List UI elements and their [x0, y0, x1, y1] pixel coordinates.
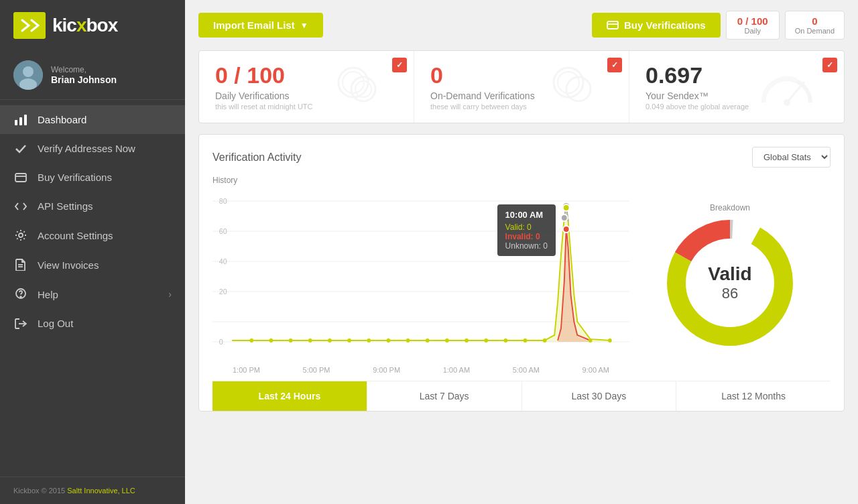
nav-label-buy: Buy Verifications [38, 172, 112, 183]
logo-area: kicxbox [0, 0, 185, 51]
nav-label-invoices: View Invoices [38, 259, 99, 271]
nav-label-api: API Settings [38, 200, 93, 212]
axis-label-1pm: 1:00 PM [233, 366, 260, 374]
history-label: History [212, 176, 629, 185]
card-badge-ondemand: ✓ [607, 58, 622, 72]
sidebar-item-account[interactable]: Account Settings [0, 220, 185, 250]
svg-point-42 [249, 338, 253, 342]
credit-card-icon-btn [607, 21, 619, 29]
x-axis-labels: 1:00 PM 5:00 PM 9:00 PM 1:00 AM 5:00 AM … [212, 365, 629, 381]
svg-point-50 [406, 338, 410, 342]
sidebar-item-verify[interactable]: Verify Addresses Now [0, 134, 185, 163]
svg-point-24 [784, 99, 790, 106]
svg-rect-5 [24, 115, 27, 125]
coins-icon [333, 62, 387, 112]
card-badge-daily: ✓ [392, 58, 407, 72]
time-filter-24h[interactable]: Last 24 Hours [212, 381, 367, 411]
svg-point-58 [589, 338, 593, 342]
nav-label-help: Help [38, 289, 58, 300]
logout-icon [13, 318, 28, 329]
import-label: Import Email List [213, 19, 295, 31]
logo-text: kicxbox [52, 15, 117, 36]
svg-point-51 [426, 338, 430, 342]
chevron-right-icon: › [168, 289, 172, 300]
stats-row: ✓ 0 / 100 Daily Verifications this will … [198, 50, 845, 123]
avatar [13, 60, 43, 90]
buy-verifications-button[interactable]: Buy Verifications [592, 13, 721, 38]
axis-label-9pm: 9:00 PM [373, 366, 400, 374]
footer-link[interactable]: Saltt Innovative, LLC [67, 487, 135, 495]
breakdown-label: Breakdown [710, 203, 750, 212]
import-email-list-button[interactable]: Import Email List ▼ [198, 13, 323, 38]
svg-point-8 [19, 233, 23, 237]
ondemand-value: 0 [795, 15, 835, 27]
activity-header: Verification Activity Global Stats My St… [212, 147, 831, 168]
stat-card-daily: ✓ 0 / 100 Daily Verifications this will … [199, 51, 414, 123]
svg-point-48 [367, 338, 371, 342]
sidebar-item-buy[interactable]: Buy Verifications [0, 163, 185, 192]
svg-point-54 [484, 338, 488, 342]
svg-rect-3 [15, 120, 17, 125]
svg-text:80: 80 [219, 197, 227, 205]
time-filter-12m[interactable]: Last 12 Months [676, 381, 831, 411]
chart-right: Breakdown Valid 86 [629, 176, 831, 381]
time-filter-7d[interactable]: Last 7 Days [367, 381, 522, 411]
donut-center: Valid 86 [708, 263, 751, 302]
svg-text:60: 60 [219, 227, 227, 235]
time-filters: Last 24 Hours Last 7 Days Last 30 Days L… [212, 381, 831, 411]
gauge-icon [757, 62, 817, 112]
activity-section: Verification Activity Global Stats My St… [198, 134, 845, 412]
svg-point-47 [347, 338, 351, 342]
svg-text:20: 20 [219, 288, 227, 296]
svg-point-12 [20, 296, 21, 298]
sidebar-footer: Kickbox © 2015 Saltt Innovative, LLC [0, 477, 185, 504]
time-filter-30d[interactable]: Last 30 Days [522, 381, 677, 411]
logo-icon [13, 12, 46, 39]
file-icon [13, 259, 28, 271]
user-name: Brian Johnson [51, 74, 117, 85]
donut-chart: Valid 86 [660, 212, 800, 353]
svg-point-53 [465, 338, 469, 342]
sidebar-item-help[interactable]: Help › [0, 279, 185, 309]
axis-label-9am: 9:00 AM [583, 366, 609, 374]
svg-point-55 [503, 338, 507, 342]
main-content: Import Email List ▼ Buy Verifications 0 … [185, 0, 858, 504]
card-badge-sendex: ✓ [822, 58, 837, 72]
activity-title: Verification Activity [212, 151, 752, 164]
ondemand-stat-badge: 0 On Demand [785, 11, 845, 40]
svg-point-46 [328, 338, 332, 342]
sidebar-item-logout[interactable]: Log Out [0, 309, 185, 338]
svg-rect-14 [607, 21, 618, 29]
nav-menu: Dashboard Verify Addresses Now Buy Verif… [0, 100, 185, 477]
bar-chart-icon [13, 115, 28, 125]
daily-stat-badge: 0 / 100 Daily [726, 11, 780, 40]
buy-btn-label: Buy Verifications [624, 19, 706, 31]
svg-point-49 [386, 338, 390, 342]
axis-label-5pm: 5:00 PM [303, 366, 330, 374]
topbar-right: Buy Verifications 0 / 100 Daily 0 On Dem… [592, 11, 845, 40]
sidebar-item-api[interactable]: API Settings [0, 192, 185, 220]
donut-label: Valid [708, 263, 751, 285]
svg-point-57 [543, 338, 547, 342]
user-section: Welcome, Brian Johnson [0, 51, 185, 100]
donut-value: 86 [708, 285, 751, 302]
welcome-label: Welcome, [51, 65, 117, 74]
code-icon [13, 202, 28, 211]
stat-card-sendex: ✓ 0.697 Your Sendex™ 0.049 above the glo… [629, 51, 844, 123]
nav-label-verify: Verify Addresses Now [38, 143, 135, 154]
chart-svg: 80 60 40 20 0 [212, 188, 629, 362]
svg-rect-4 [19, 117, 22, 125]
sidebar-item-invoices[interactable]: View Invoices [0, 250, 185, 279]
svg-point-56 [524, 338, 528, 342]
daily-label: Daily [736, 27, 770, 35]
coins-icon-2 [548, 62, 602, 112]
svg-point-43 [269, 338, 273, 342]
axis-label-1am: 1:00 AM [443, 366, 470, 374]
svg-point-45 [308, 338, 312, 342]
global-stats-select[interactable]: Global Stats My Stats [752, 147, 831, 168]
ondemand-label: On Demand [795, 27, 835, 35]
sidebar-item-dashboard[interactable]: Dashboard [0, 105, 185, 134]
svg-text:0: 0 [219, 338, 223, 346]
chart-container: History 80 60 40 20 [212, 176, 831, 381]
nav-label-logout: Log Out [38, 318, 73, 329]
